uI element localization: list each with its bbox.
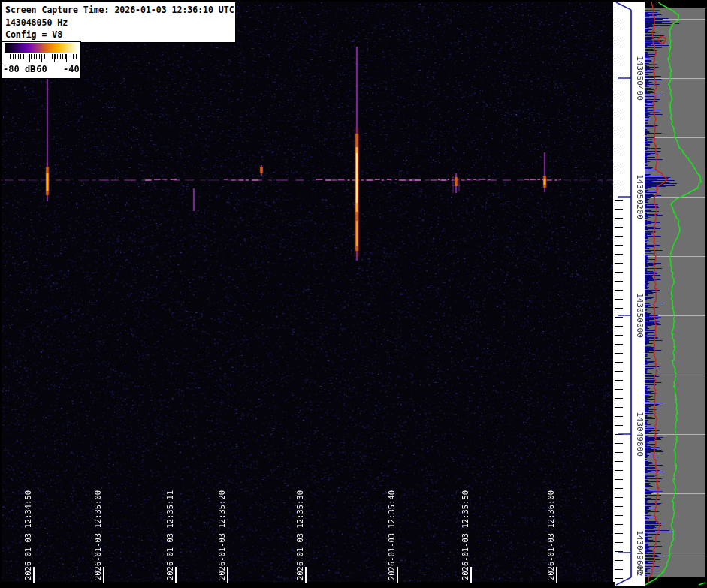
spectrum-side-panel	[645, 0, 705, 586]
frequency-tick-label: 143049800	[635, 412, 645, 457]
time-tick-mark	[227, 567, 228, 583]
time-tick-label: 2026-01-03 12:34:50	[23, 490, 32, 580]
time-tick-label: 2026-01-03 12:35:50	[461, 490, 470, 580]
color-scale-label-mid: -60	[31, 64, 47, 74]
color-scale-legend: -80 dB -60 -40	[2, 41, 81, 79]
color-scale-major-ticks	[5, 54, 78, 62]
border-top	[0, 0, 707, 2]
time-tick-mark	[33, 567, 35, 583]
time-tick-label: 2026-01-03 12:35:40	[387, 490, 396, 580]
time-tick-label: 2026-01-03 12:35:20	[217, 490, 226, 580]
meteor-echo-monitor: 2026-01-03 12:34:502026-01-03 12:35:0020…	[0, 0, 707, 588]
color-scale-label-max: -40	[63, 64, 80, 74]
time-tick-label: 2026-01-03 12:35:30	[295, 490, 304, 580]
time-tick-label: 2026-01-03 12:36:00	[546, 490, 555, 580]
capture-time-text: Screen Capture Time: 2026-01-03 12:36:10…	[5, 4, 232, 17]
color-scale-gradient	[5, 43, 78, 53]
frequency-tick-label: 143050200	[635, 174, 645, 219]
time-tick-mark	[305, 567, 307, 583]
frequency-tick-label: 143050000	[635, 293, 645, 338]
capture-info-box: Screen Capture Time: 2026-01-03 12:36:10…	[2, 2, 236, 43]
time-tick-mark	[397, 567, 398, 583]
config-text: Config = V8	[5, 29, 232, 41]
frequency-unit-label: Hz	[635, 566, 645, 576]
time-tick-label: 2026-01-03 12:35:00	[93, 490, 102, 580]
time-tick-mark	[103, 567, 104, 583]
time-tick-mark	[470, 567, 472, 583]
time-tick-mark	[556, 567, 557, 583]
tuned-frequency-text: 143048050 Hz	[5, 17, 232, 29]
frequency-tick-label: 143050400	[635, 56, 645, 101]
time-tick-mark	[175, 567, 177, 583]
time-tick-label: 2026-01-03 12:35:11	[165, 490, 174, 580]
border-left	[0, 0, 2, 588]
